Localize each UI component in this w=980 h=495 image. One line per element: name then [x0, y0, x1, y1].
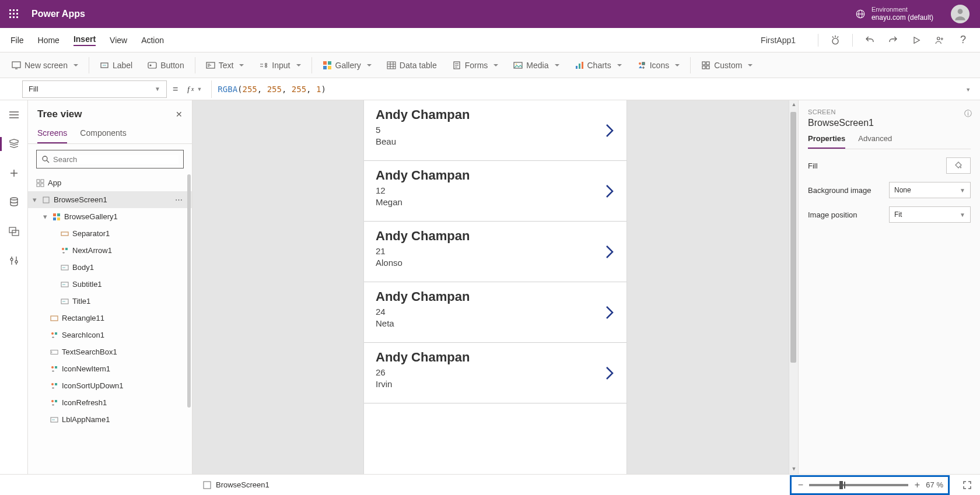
formula-input[interactable]: RGBA(255, 255, 255, 1) ▾ [211, 80, 974, 98]
tree-node-searchicon[interactable]: SearchIcon1 [28, 327, 192, 343]
gallery-item[interactable]: Andy Champan 5 Beau [364, 100, 626, 161]
environment-icon [855, 9, 866, 19]
gallery-icon [323, 61, 332, 70]
fullscreen-icon[interactable] [963, 480, 972, 490]
gallery-item[interactable]: Andy Champan 12 Megan [364, 161, 626, 222]
formula-expand-icon[interactable]: ▾ [966, 85, 971, 94]
tab-properties[interactable]: Properties [808, 134, 845, 149]
fill-color-button[interactable] [946, 157, 971, 174]
selected-screen-name: BrowseScreen1 [216, 480, 270, 489]
environment-selector[interactable]: Environment enayu.com (default) [855, 6, 933, 22]
more-icon[interactable]: ⋯ [175, 195, 183, 204]
svg-rect-23 [323, 66, 327, 69]
input-button[interactable]: Input [252, 57, 307, 73]
formula-bar: Fill ▼ = fx▼ RGBA(255, 255, 255, 1) ▾ [0, 78, 980, 100]
tab-components[interactable]: Components [80, 128, 126, 143]
prop-fill-label: Fill [808, 162, 818, 170]
svg-rect-47 [41, 184, 44, 187]
svg-rect-7 [13, 16, 15, 18]
tree-node-nextarrow[interactable]: NextArrow1 [28, 242, 192, 259]
forms-button[interactable]: Forms [445, 57, 506, 73]
tree-node-title[interactable]: Title1 [28, 293, 192, 310]
tree-node-iconnew[interactable]: IconNewItem1 [28, 360, 192, 377]
svg-rect-48 [43, 197, 49, 203]
zoom-in-button[interactable]: + [913, 480, 921, 490]
tree-node-lblappname[interactable]: LblAppName1 [28, 411, 192, 428]
svg-rect-8 [16, 16, 18, 18]
next-arrow-icon[interactable] [604, 244, 615, 260]
text-button[interactable]: Text [199, 57, 251, 73]
menu-insert[interactable]: Insert [74, 34, 96, 46]
new-screen-button[interactable]: New screen [5, 57, 85, 73]
svg-point-28 [516, 64, 517, 65]
svg-rect-45 [41, 180, 44, 182]
media-button[interactable]: Media [506, 57, 566, 73]
svg-rect-44 [37, 180, 40, 182]
panel-help-icon[interactable]: ⓘ [964, 108, 972, 119]
undo-icon[interactable] [863, 34, 876, 47]
tree-node-iconsort[interactable]: IconSortUpDown1 [28, 377, 192, 394]
rail-insert-icon[interactable] [8, 167, 20, 180]
menu-action[interactable]: Action [141, 36, 164, 45]
svg-rect-51 [53, 217, 56, 220]
next-arrow-icon[interactable] [604, 122, 615, 139]
tree-node-body[interactable]: Body1 [28, 259, 192, 276]
menu-home[interactable]: Home [38, 36, 60, 45]
icons-button[interactable]: Icons [630, 57, 687, 73]
tree-node-textsearch[interactable]: TextSearchBox1 [28, 343, 192, 360]
next-arrow-icon[interactable] [604, 304, 615, 321]
canvas-area[interactable]: Andy Champan 5 Beau Andy Champan 12 Mega… [192, 100, 798, 474]
close-icon[interactable]: ✕ [176, 110, 183, 119]
data-table-button[interactable]: Data table [380, 57, 444, 73]
rail-data-icon[interactable] [8, 196, 20, 209]
button-button[interactable]: Button [141, 57, 191, 73]
gallery-item[interactable]: Andy Champan 24 Neta [364, 282, 626, 343]
rail-hamburger-icon[interactable] [8, 108, 20, 121]
tree-node-app[interactable]: App [28, 174, 192, 191]
tree-node-separator[interactable]: Separator1 [28, 225, 192, 242]
image-position-select[interactable]: Fit▼ [889, 206, 971, 223]
rail-tools-icon[interactable] [8, 254, 20, 267]
tab-advanced[interactable]: Advanced [858, 134, 892, 149]
gallery-item[interactable]: Andy Champan 21 Alonso [364, 222, 626, 282]
custom-button[interactable]: Custom [694, 57, 760, 73]
user-avatar[interactable] [951, 5, 970, 23]
menu-file[interactable]: File [10, 36, 24, 45]
tree-scrollbar[interactable] [187, 174, 191, 408]
play-icon[interactable] [910, 34, 923, 47]
tree-node-rectangle[interactable]: Rectangle11 [28, 310, 192, 327]
redo-icon[interactable] [887, 34, 900, 47]
menu-view[interactable]: View [110, 36, 127, 45]
canvas-scrollbar[interactable]: ▲ ▼ [789, 100, 798, 474]
environment-label: Environment [872, 6, 933, 13]
next-arrow-icon[interactable] [604, 183, 615, 199]
property-selector[interactable]: Fill ▼ [22, 80, 167, 98]
zoom-out-button[interactable]: − [796, 480, 804, 490]
share-icon[interactable] [933, 34, 946, 47]
label-button[interactable]: Label [93, 57, 139, 73]
forms-icon [452, 61, 461, 70]
tree-node-subtitle[interactable]: Subtitle1 [28, 276, 192, 293]
charts-button[interactable]: Charts [568, 57, 629, 73]
next-arrow-icon[interactable] [604, 365, 615, 381]
left-rail [0, 100, 28, 474]
tree-search-input[interactable] [36, 150, 184, 168]
tree-node-gallery[interactable]: ▾BrowseGallery1 [28, 208, 192, 225]
rail-tree-view-icon[interactable] [8, 138, 20, 150]
gallery-item[interactable]: Andy Champan 26 Irvin [364, 343, 626, 403]
zoom-slider[interactable] [809, 484, 908, 486]
tab-screens[interactable]: Screens [37, 128, 67, 143]
tree-node-iconrefresh[interactable]: IconRefresh1 [28, 394, 192, 411]
gallery-button[interactable]: Gallery [316, 57, 379, 73]
svg-rect-61 [55, 332, 57, 335]
phone-preview: Andy Champan 5 Beau Andy Champan 12 Mega… [364, 100, 626, 474]
waffle-icon[interactable] [5, 5, 23, 23]
bg-image-select[interactable]: None▼ [889, 182, 971, 198]
help-icon[interactable]: ? [957, 34, 970, 47]
rail-media-icon[interactable] [8, 225, 20, 238]
svg-rect-55 [65, 248, 68, 250]
fx-label[interactable]: fx▼ [184, 85, 205, 94]
tree-node-browsescreen[interactable]: ▾BrowseScreen1⋯ [28, 191, 192, 208]
app-title: Power Apps [32, 9, 85, 19]
app-checker-icon[interactable] [829, 34, 842, 47]
